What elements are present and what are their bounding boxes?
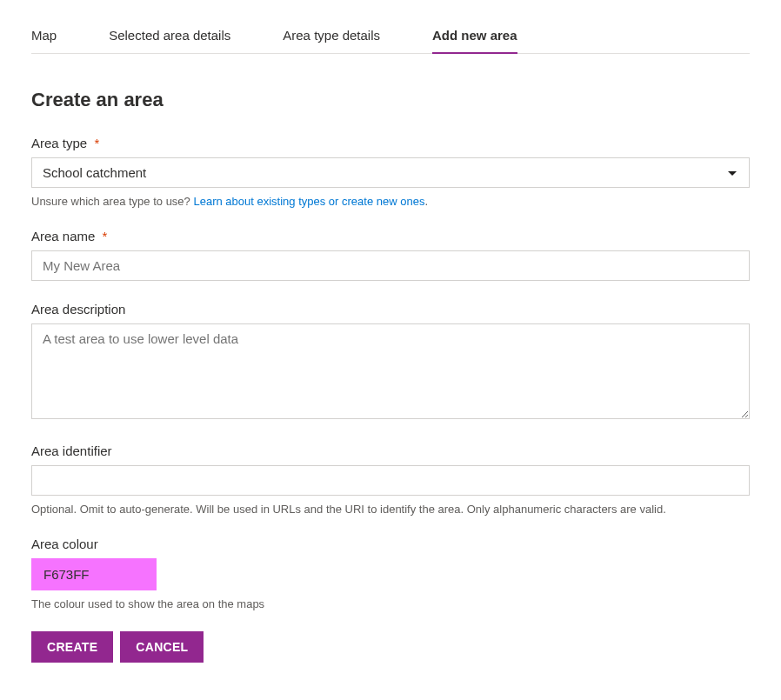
area-type-select-wrapper: School catchment (31, 157, 750, 188)
form-group-area-identifier: Area identifier Optional. Omit to auto-g… (31, 443, 750, 516)
tab-label: Selected area details (109, 28, 230, 43)
area-identifier-label: Area identifier (31, 443, 750, 458)
area-identifier-input[interactable] (31, 465, 750, 496)
form-group-area-description: Area description (31, 302, 750, 423)
label-text: Area type (31, 136, 87, 150)
button-row: CREATE CANCEL (31, 631, 750, 663)
area-name-label: Area name * (31, 229, 750, 243)
required-asterisk: * (103, 229, 108, 243)
form-group-area-colour: Area colour F673FF The colour used to sh… (31, 537, 750, 610)
tab-selected-area-details[interactable]: Selected area details (109, 17, 230, 53)
learn-types-link[interactable]: Learn about existing types or create new… (193, 195, 424, 208)
tabs-bar: Map Selected area details Area type deta… (31, 17, 750, 54)
tab-label: Map (31, 28, 57, 43)
area-description-label: Area description (31, 302, 750, 317)
area-type-label: Area type * (31, 136, 750, 150)
tab-map[interactable]: Map (31, 17, 57, 53)
helper-prefix: Unsure which area type to use? (31, 195, 193, 208)
tab-area-type-details[interactable]: Area type details (283, 17, 380, 53)
required-asterisk: * (94, 136, 99, 150)
area-name-input[interactable] (31, 250, 750, 281)
create-button[interactable]: CREATE (31, 631, 113, 663)
page-title: Create an area (31, 89, 750, 111)
cancel-button[interactable]: CANCEL (120, 631, 204, 663)
area-colour-helper: The colour used to show the area on the … (31, 597, 750, 610)
area-identifier-helper: Optional. Omit to auto-generate. Will be… (31, 503, 750, 516)
area-type-select[interactable]: School catchment (31, 157, 750, 188)
area-description-input[interactable] (31, 323, 750, 419)
tab-label: Area type details (283, 28, 380, 43)
tab-add-new-area[interactable]: Add new area (432, 17, 517, 53)
helper-suffix: . (424, 195, 428, 208)
colour-value: F673FF (43, 567, 90, 582)
form-group-area-name: Area name * (31, 229, 750, 281)
tab-label: Add new area (432, 28, 517, 43)
area-colour-input[interactable]: F673FF (31, 558, 157, 590)
area-colour-label: Area colour (31, 537, 750, 551)
form-group-area-type: Area type * School catchment Unsure whic… (31, 136, 750, 208)
label-text: Area name (31, 229, 95, 243)
area-type-helper: Unsure which area type to use? Learn abo… (31, 195, 750, 208)
